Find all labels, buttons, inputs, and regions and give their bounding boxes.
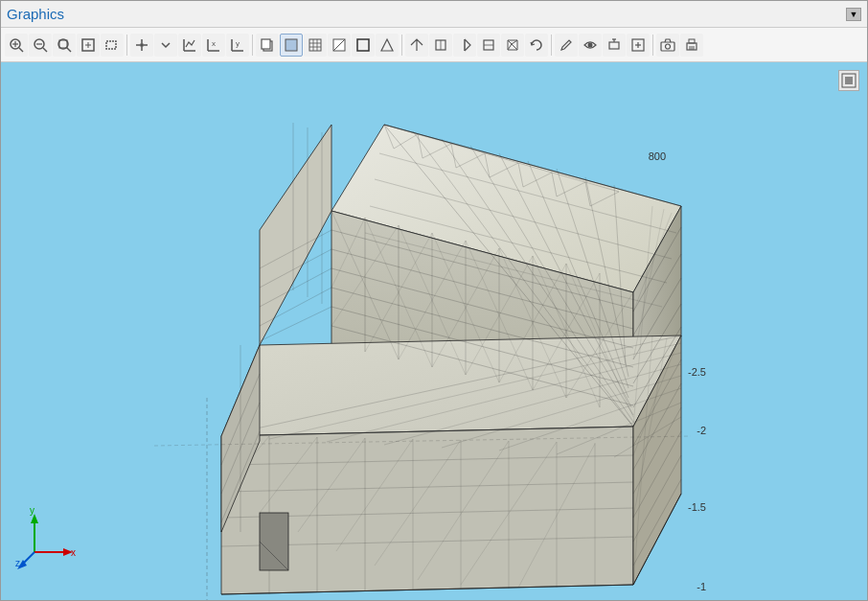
svg-rect-26 bbox=[309, 39, 321, 51]
svg-point-47 bbox=[666, 44, 671, 49]
window-title: Graphics bbox=[7, 6, 64, 22]
svg-rect-33 bbox=[357, 39, 369, 51]
eye-btn[interactable] bbox=[579, 34, 602, 57]
view-fit-btn[interactable] bbox=[603, 34, 626, 57]
sep2 bbox=[252, 35, 253, 56]
svg-rect-40 bbox=[609, 42, 619, 49]
svg-rect-24 bbox=[262, 39, 270, 49]
svg-point-39 bbox=[588, 42, 593, 47]
view-norm-btn[interactable] bbox=[627, 34, 650, 57]
snap-dropdown-btn[interactable] bbox=[154, 34, 177, 57]
coord-y-btn[interactable]: y bbox=[226, 34, 249, 57]
sep5 bbox=[652, 35, 653, 56]
svg-line-1 bbox=[19, 48, 23, 52]
rotate-reset-btn[interactable] bbox=[525, 34, 548, 57]
surface-off-btn[interactable] bbox=[328, 34, 351, 57]
toolbar: x y bbox=[1, 28, 867, 62]
app-window: Graphics ▼ bbox=[0, 0, 868, 601]
svg-rect-13 bbox=[106, 41, 116, 49]
svg-rect-158 bbox=[260, 513, 288, 570]
svg-marker-34 bbox=[381, 39, 393, 51]
svg-rect-9 bbox=[59, 40, 67, 48]
surface-mesh-btn[interactable] bbox=[304, 34, 327, 57]
view-left-btn[interactable] bbox=[405, 34, 428, 57]
window-controls: ▼ bbox=[846, 8, 861, 21]
axis-indicator: x y z bbox=[15, 504, 82, 571]
svg-text:x: x bbox=[212, 39, 216, 48]
svg-rect-186 bbox=[845, 77, 853, 84]
mesh-visualization bbox=[1, 62, 867, 600]
window-arrow-btn[interactable]: ▼ bbox=[846, 8, 861, 21]
camera-btn[interactable] bbox=[656, 34, 679, 57]
viewport[interactable]: ×10³ 800 700 600 500 400 -2.5 -2 -1.5 -1 bbox=[1, 62, 867, 600]
zoom-fit-btn[interactable] bbox=[53, 34, 76, 57]
svg-text:y: y bbox=[236, 39, 240, 48]
surface-highlight-btn[interactable] bbox=[376, 34, 399, 57]
view-right-btn[interactable] bbox=[453, 34, 476, 57]
view-back-btn[interactable] bbox=[501, 34, 524, 57]
surface-flat-btn[interactable] bbox=[280, 34, 303, 57]
svg-line-8 bbox=[67, 48, 71, 52]
coord-display-btn[interactable] bbox=[178, 34, 201, 57]
view-top-btn[interactable] bbox=[429, 34, 452, 57]
zoom-out-btn[interactable] bbox=[29, 34, 52, 57]
svg-rect-46 bbox=[661, 42, 674, 51]
pencil-btn[interactable] bbox=[555, 34, 578, 57]
sep3 bbox=[401, 35, 402, 56]
svg-text:z: z bbox=[15, 558, 20, 568]
surface-edge-btn[interactable] bbox=[352, 34, 375, 57]
corner-icon[interactable] bbox=[838, 70, 859, 91]
svg-text:x: x bbox=[71, 547, 76, 558]
coord-x-btn[interactable]: x bbox=[202, 34, 225, 57]
zoom-extent-btn[interactable] bbox=[77, 34, 100, 57]
svg-line-5 bbox=[43, 48, 47, 52]
sep4 bbox=[551, 35, 552, 56]
svg-text:y: y bbox=[30, 505, 34, 516]
svg-point-14 bbox=[140, 43, 144, 47]
copy-btn[interactable] bbox=[256, 34, 279, 57]
svg-rect-25 bbox=[286, 39, 297, 51]
view-bottom-btn[interactable] bbox=[477, 34, 500, 57]
zoom-box-btn[interactable] bbox=[101, 34, 124, 57]
snap-btn[interactable] bbox=[130, 34, 153, 57]
zoom-in-btn[interactable] bbox=[5, 34, 28, 57]
print-btn[interactable] bbox=[680, 34, 703, 57]
title-bar: Graphics ▼ bbox=[1, 1, 867, 28]
sep1 bbox=[126, 35, 127, 56]
